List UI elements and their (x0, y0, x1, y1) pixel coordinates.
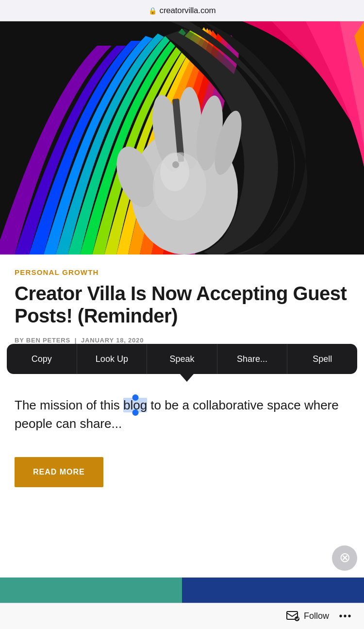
browser-url: creatorvilla.com (160, 6, 216, 16)
context-menu-bar: Copy Look Up Speak Share... Spell (7, 344, 357, 374)
follow-button[interactable]: Follow (286, 611, 329, 622)
article-title: Creator Villa Is Now Accepting Guest Pos… (0, 282, 364, 337)
selection-handle-top (132, 394, 138, 401)
read-more-section: READ MORE (0, 433, 364, 502)
context-menu-lookup[interactable]: Look Up (77, 344, 148, 374)
context-menu-arrow (180, 374, 194, 382)
article-excerpt: The mission of this blog to be a collabo… (0, 382, 364, 433)
context-menu: Copy Look Up Speak Share... Spell (0, 344, 364, 382)
banner-right (182, 578, 364, 603)
bottom-toolbar: Follow ••• (0, 603, 364, 629)
banner-left (0, 578, 182, 603)
follow-icon (286, 611, 300, 622)
article-date: JANUARY 18, 2020 (81, 337, 144, 344)
context-menu-spell[interactable]: Spell (287, 344, 357, 374)
follow-label: Follow (304, 611, 329, 621)
browser-bar: 🔒 creatorvilla.com (0, 0, 364, 21)
hero-image (0, 21, 364, 255)
close-icon: ⊗ (339, 551, 350, 564)
lock-icon: 🔒 (149, 7, 157, 15)
svg-point-13 (295, 616, 299, 621)
selection-handle-bottom (132, 409, 138, 416)
context-menu-speak[interactable]: Speak (147, 344, 217, 374)
excerpt-text: The mission of this blog to be a collabo… (15, 396, 349, 433)
article-author: BEN PETERS (26, 337, 70, 344)
svg-point-11 (160, 153, 189, 191)
bottom-banner (0, 578, 364, 603)
excerpt-before: The mission of this (15, 398, 123, 412)
close-button[interactable]: ⊗ (332, 545, 357, 571)
article-category: PERSONAL GROWTH (0, 255, 364, 282)
context-menu-share[interactable]: Share... (217, 344, 288, 374)
article-meta: BY BEN PETERS | JANUARY 18, 2020 (0, 337, 364, 344)
more-dots-icon: ••• (339, 611, 352, 622)
article-content: PERSONAL GROWTH Creator Villa Is Now Acc… (0, 255, 364, 344)
more-button[interactable]: ••• (337, 608, 354, 625)
context-menu-copy[interactable]: Copy (7, 344, 77, 374)
selected-text: blog (123, 398, 147, 412)
read-more-button[interactable]: READ MORE (15, 457, 103, 487)
